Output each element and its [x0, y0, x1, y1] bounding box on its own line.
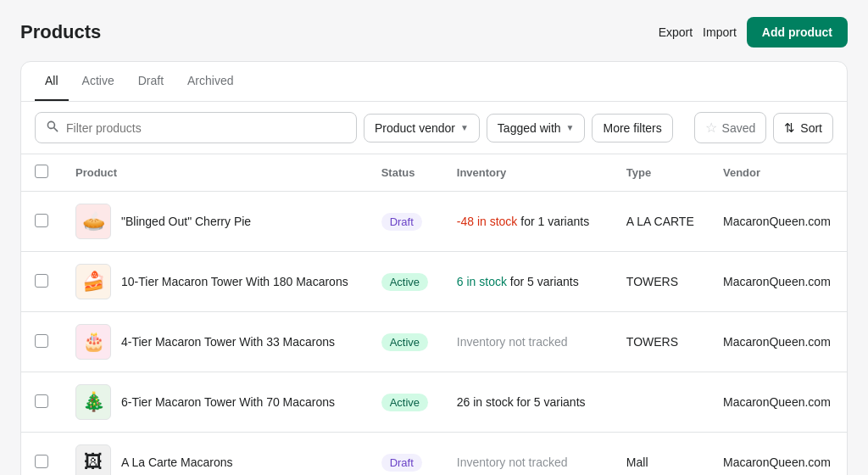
row-checkbox-cell — [21, 372, 62, 433]
search-wrapper[interactable] — [35, 112, 357, 143]
inventory-value: -48 in stock — [457, 215, 518, 228]
product-name[interactable]: 6-Tier Macaron Tower With 70 Macarons — [121, 395, 335, 409]
tab-active[interactable]: Active — [72, 62, 125, 101]
chevron-down-icon: ▼ — [460, 123, 469, 132]
vendor-cell: MacaronQueen.com — [709, 252, 847, 312]
vendor-cell: MacaronQueen.com — [709, 312, 847, 372]
product-name[interactable]: A La Carte Macarons — [121, 455, 233, 469]
col-product: Product — [62, 154, 368, 192]
product-thumbnail: 🎄 — [75, 384, 111, 420]
vendor-cell: MacaronQueen.com — [709, 192, 847, 252]
inventory-suffix: for 1 variants — [517, 215, 589, 228]
tab-all[interactable]: All — [35, 62, 69, 101]
col-inventory: Inventory — [443, 154, 613, 192]
row-checkbox[interactable] — [35, 394, 48, 408]
sort-icon: ⇅ — [784, 120, 795, 136]
product-vendor: MacaronQueen.com — [723, 335, 831, 349]
product-thumbnail: 🍰 — [75, 264, 111, 299]
star-icon: ☆ — [705, 120, 717, 136]
row-checkbox-cell — [21, 312, 62, 372]
table-row: 🎂 4-Tier Macaron Tower With 33 Macarons … — [21, 312, 847, 372]
vendor-cell: MacaronQueen.com — [709, 433, 847, 476]
row-checkbox[interactable] — [35, 214, 48, 227]
select-all-header[interactable] — [21, 154, 62, 192]
status-cell: Draft — [368, 433, 443, 476]
inventory-cell: Inventory not tracked — [443, 312, 613, 372]
tab-draft[interactable]: Draft — [128, 62, 174, 101]
product-thumbnail: 🥧 — [75, 204, 111, 239]
status-badge: Active — [381, 273, 428, 291]
col-vendor: Vendor — [709, 154, 847, 192]
type-cell: Mall — [613, 433, 709, 476]
table-row: 🥧 "Blinged Out" Cherry Pie Draft-48 in s… — [21, 192, 847, 252]
export-button[interactable]: Export — [659, 25, 693, 39]
product-type: TOWERS — [626, 275, 678, 288]
filters-row: Product vendor ▼ Tagged with ▼ More filt… — [21, 102, 847, 154]
sort-button[interactable]: ⇅ Sort — [773, 113, 833, 143]
tab-archived[interactable]: Archived — [177, 62, 243, 101]
product-thumbnail: 🖼 — [75, 444, 111, 475]
product-name[interactable]: 10-Tier Macaron Tower With 180 Macarons — [121, 275, 348, 288]
product-cell: 🥧 "Blinged Out" Cherry Pie — [62, 192, 368, 252]
row-checkbox-cell — [21, 252, 62, 312]
tagged-with-filter[interactable]: Tagged with ▼ — [487, 114, 586, 142]
chevron-down-icon: ▼ — [566, 123, 575, 132]
status-cell: Active — [368, 312, 443, 372]
product-name[interactable]: "Blinged Out" Cherry Pie — [121, 215, 251, 228]
select-all-checkbox[interactable] — [35, 165, 48, 178]
status-badge: Active — [381, 333, 428, 351]
product-cell: 🖼 A La Carte Macarons — [62, 433, 368, 476]
table-row: 🖼 A La Carte Macarons DraftInventory not… — [21, 433, 847, 476]
header-actions: Export Import Add product — [659, 17, 848, 48]
status-badge: Active — [381, 394, 428, 411]
product-cell: 🎂 4-Tier Macaron Tower With 33 Macarons — [62, 312, 368, 372]
product-vendor-filter[interactable]: Product vendor ▼ — [364, 114, 480, 142]
inventory-value: 6 in stock — [457, 275, 507, 288]
vendor-cell: MacaronQueen.com — [709, 372, 847, 433]
product-thumbnail: 🎂 — [75, 324, 111, 360]
product-vendor: MacaronQueen.com — [723, 395, 831, 409]
inventory-value: 26 in stock for 5 variants — [457, 395, 586, 409]
row-checkbox-cell — [21, 433, 62, 476]
status-badge: Draft — [381, 213, 422, 231]
more-filters-button[interactable]: More filters — [592, 114, 672, 142]
search-icon — [46, 120, 59, 136]
status-cell: Active — [368, 372, 443, 433]
type-cell: TOWERS — [613, 252, 709, 312]
status-cell: Active — [368, 252, 443, 312]
row-checkbox[interactable] — [35, 274, 48, 288]
table-row: 🍰 10-Tier Macaron Tower With 180 Macaron… — [21, 252, 847, 312]
product-vendor: MacaronQueen.com — [723, 455, 831, 469]
products-card: All Active Draft Archived Product vendor… — [20, 61, 848, 475]
add-product-button[interactable]: Add product — [747, 17, 848, 48]
product-name[interactable]: 4-Tier Macaron Tower With 33 Macarons — [121, 335, 335, 349]
inventory-value: Inventory not tracked — [457, 455, 568, 469]
inventory-cell: 6 in stock for 5 variants — [443, 252, 613, 312]
saved-button[interactable]: ☆ Saved — [694, 112, 767, 143]
product-vendor: MacaronQueen.com — [723, 215, 831, 228]
product-type: Mall — [626, 455, 648, 469]
status-cell: Draft — [368, 192, 443, 252]
inventory-cell: -48 in stock for 1 variants — [443, 192, 613, 252]
table-row: 🎄 6-Tier Macaron Tower With 70 Macarons … — [21, 372, 847, 433]
import-button[interactable]: Import — [703, 25, 737, 39]
status-badge: Draft — [381, 454, 422, 472]
products-table: Product Status Inventory Type Vendor 🥧 "… — [21, 154, 847, 475]
product-type: TOWERS — [626, 335, 678, 349]
page-header: Products Export Import Add product — [20, 17, 848, 48]
type-cell: A LA CARTE — [613, 192, 709, 252]
row-checkbox[interactable] — [35, 455, 48, 468]
tabs-row: All Active Draft Archived — [21, 62, 847, 102]
type-cell: TOWERS — [613, 312, 709, 372]
col-type: Type — [613, 154, 709, 192]
inventory-cell: Inventory not tracked — [443, 433, 613, 476]
product-cell: 🍰 10-Tier Macaron Tower With 180 Macaron… — [62, 252, 368, 312]
search-input[interactable] — [66, 121, 346, 135]
product-type: A LA CARTE — [626, 215, 694, 228]
page-title: Products — [20, 21, 101, 43]
row-checkbox[interactable] — [35, 334, 48, 348]
type-cell — [613, 372, 709, 433]
inventory-value: Inventory not tracked — [457, 335, 568, 349]
inventory-suffix: for 5 variants — [507, 275, 579, 288]
row-checkbox-cell — [21, 192, 62, 252]
